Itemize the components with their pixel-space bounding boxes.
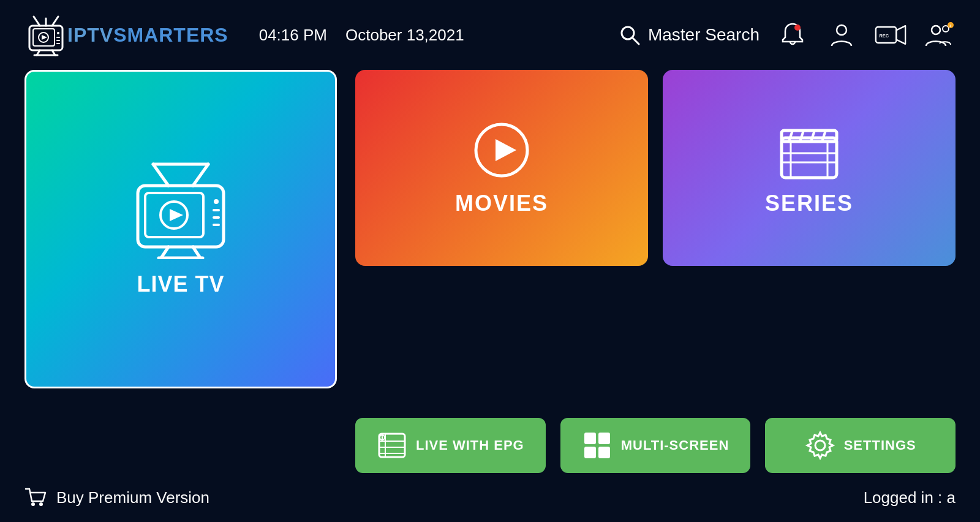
logged-in-status: Logged in : a — [864, 488, 956, 507]
series-icon — [775, 119, 843, 181]
svg-point-32 — [214, 199, 219, 204]
current-time: 04:16 PM — [259, 26, 327, 45]
multi-screen-icon — [582, 430, 612, 461]
svg-rect-60 — [598, 433, 610, 444]
svg-rect-10 — [56, 43, 60, 44]
main-content: LIVE TV MOVIES — [0, 70, 980, 473]
svg-point-65 — [39, 502, 43, 506]
user-icon — [828, 21, 855, 48]
svg-rect-9 — [56, 40, 60, 41]
svg-point-21 — [932, 26, 940, 34]
svg-rect-35 — [213, 224, 220, 226]
svg-point-22 — [943, 26, 949, 32]
record-icon: REC — [875, 21, 907, 48]
svg-text:REC: REC — [879, 33, 889, 39]
live-with-epg-card[interactable]: LIVE WITH EPG — [355, 418, 546, 473]
svg-line-46 — [822, 130, 826, 142]
logo[interactable]: IPTVSMARTERS — [24, 13, 228, 56]
live-tv-label: LIVE TV — [137, 271, 224, 297]
svg-point-58 — [382, 436, 383, 437]
series-label: SERIES — [765, 191, 853, 216]
svg-point-64 — [31, 502, 35, 506]
svg-line-15 — [632, 37, 639, 44]
multi-screen-label: MULTI-SCREEN — [621, 437, 729, 453]
live-tv-icon — [126, 161, 236, 259]
datetime: 04:16 PM October 13,2021 — [259, 26, 464, 45]
master-search-label: Master Search — [648, 25, 760, 45]
user-button[interactable] — [826, 19, 858, 51]
footer: Buy Premium Version Logged in : a — [0, 473, 980, 522]
svg-point-16 — [794, 25, 801, 31]
profile-icon: + — [924, 21, 956, 48]
multi-screen-card[interactable]: MULTI-SCREEN — [560, 418, 751, 473]
bottom-cards: LIVE WITH EPG MULTI-SCREEN SETTINGS — [355, 418, 956, 473]
svg-line-44 — [800, 130, 804, 142]
svg-line-36 — [161, 247, 168, 258]
bell-button[interactable] — [777, 19, 809, 51]
svg-rect-33 — [213, 209, 220, 211]
current-date: October 13,2021 — [345, 26, 464, 45]
svg-rect-61 — [584, 447, 596, 458]
movies-card[interactable]: MOVIES — [355, 70, 648, 266]
right-section: MOVIES SE — [355, 70, 956, 473]
svg-point-7 — [57, 32, 59, 34]
profile-button[interactable]: + — [924, 19, 956, 51]
live-with-epg-label: LIVE WITH EPG — [416, 437, 524, 453]
settings-icon — [805, 430, 835, 461]
svg-line-37 — [193, 247, 200, 258]
top-cards: MOVIES SE — [355, 70, 956, 403]
svg-line-45 — [811, 130, 815, 142]
epg-icon — [377, 430, 407, 461]
bell-icon — [779, 21, 806, 48]
svg-marker-40 — [496, 139, 516, 161]
movies-label: MOVIES — [455, 191, 548, 216]
svg-line-1 — [52, 17, 58, 26]
svg-rect-62 — [598, 447, 610, 458]
buy-premium-button[interactable]: Buy Premium Version — [24, 486, 209, 509]
svg-line-0 — [34, 17, 40, 26]
logo-text: IPTVSMARTERS — [67, 24, 228, 47]
record-button[interactable]: REC — [875, 19, 907, 51]
master-search-button[interactable]: Master Search — [619, 24, 760, 46]
search-icon — [619, 24, 641, 46]
svg-point-63 — [815, 441, 825, 450]
movies-icon — [471, 119, 532, 181]
header: IPTVSMARTERS 04:16 PM October 13,2021 Ma… — [0, 0, 980, 70]
svg-rect-34 — [213, 216, 220, 219]
header-right: Master Search REC — [619, 19, 956, 51]
series-card[interactable]: SERIES — [663, 70, 956, 266]
svg-line-25 — [153, 164, 168, 186]
svg-line-26 — [193, 164, 208, 186]
svg-line-43 — [789, 130, 793, 142]
svg-rect-8 — [56, 37, 60, 38]
svg-point-17 — [837, 25, 846, 35]
svg-rect-59 — [584, 433, 596, 444]
settings-label: SETTINGS — [844, 437, 916, 453]
cart-icon — [24, 486, 47, 509]
svg-marker-19 — [896, 26, 905, 44]
live-tv-card[interactable]: LIVE TV — [24, 70, 337, 388]
settings-card[interactable]: SETTINGS — [765, 418, 956, 473]
svg-text:+: + — [949, 23, 952, 29]
svg-marker-31 — [170, 209, 183, 221]
buy-premium-label: Buy Premium Version — [56, 488, 209, 507]
svg-marker-6 — [42, 35, 47, 40]
